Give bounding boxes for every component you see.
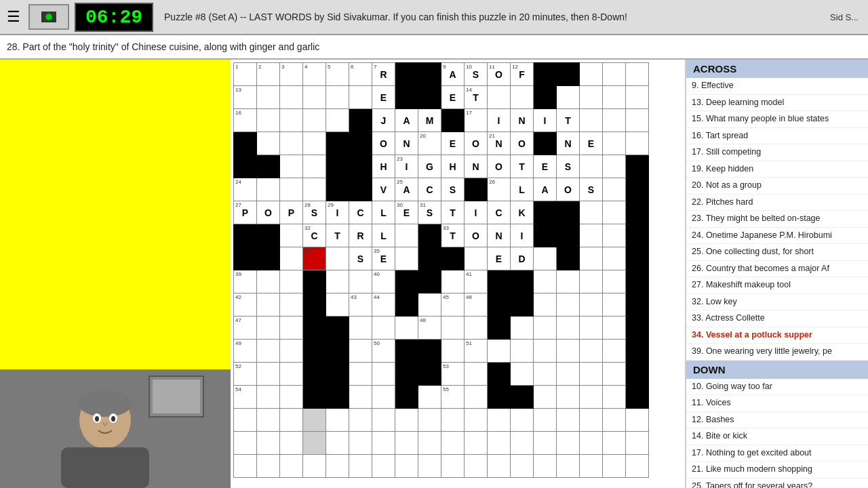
grid-cell[interactable] xyxy=(465,432,488,455)
grid-cell[interactable] xyxy=(626,178,649,201)
grid-cell[interactable]: N xyxy=(395,132,418,155)
grid-cell[interactable] xyxy=(280,455,303,478)
clue-22-across[interactable]: 22. Pitches hard xyxy=(686,195,868,211)
grid-cell[interactable] xyxy=(465,363,488,386)
grid-cell[interactable] xyxy=(557,409,580,432)
grid-cell[interactable] xyxy=(511,386,534,409)
grid-cell[interactable] xyxy=(280,155,303,178)
grid-cell[interactable]: O xyxy=(257,201,280,224)
grid-cell[interactable]: I xyxy=(465,201,488,224)
grid-cell[interactable] xyxy=(626,155,649,178)
grid-cell[interactable] xyxy=(349,363,372,386)
grid-cell[interactable] xyxy=(257,132,280,155)
grid-cell[interactable]: 4 xyxy=(303,63,326,86)
grid-cell[interactable] xyxy=(418,409,441,432)
grid-cell[interactable]: 52 xyxy=(234,363,257,386)
grid-cell[interactable]: S xyxy=(580,178,603,201)
grid-cell[interactable] xyxy=(603,109,626,132)
grid-cell[interactable] xyxy=(257,270,280,293)
grid-cell[interactable]: 30E xyxy=(395,201,418,224)
grid-cell[interactable]: 32C xyxy=(303,224,326,247)
grid-cell[interactable] xyxy=(303,340,326,363)
grid-cell[interactable]: 9A xyxy=(441,63,465,86)
grid-cell[interactable]: 41 xyxy=(465,270,488,293)
grid-cell[interactable]: H xyxy=(372,155,395,178)
grid-cell[interactable]: 24 xyxy=(234,178,257,201)
grid-cell[interactable] xyxy=(488,340,511,363)
grid-cell[interactable] xyxy=(557,270,580,293)
grid-cell[interactable] xyxy=(580,455,603,478)
grid-cell[interactable]: 40 xyxy=(372,270,395,293)
grid-cell[interactable] xyxy=(326,247,349,270)
grid-cell[interactable] xyxy=(395,409,418,432)
grid-cell[interactable] xyxy=(372,409,395,432)
grid-cell[interactable] xyxy=(488,317,511,340)
grid-cell[interactable] xyxy=(557,293,580,317)
grid-cell[interactable]: E xyxy=(534,155,557,178)
grid-cell[interactable]: 10S xyxy=(465,63,488,86)
grid-cell[interactable]: I xyxy=(488,109,511,132)
grid-cell[interactable]: 49 xyxy=(234,340,257,363)
grid-cell[interactable] xyxy=(580,363,603,386)
grid-cell[interactable] xyxy=(326,293,349,317)
grid-cell[interactable] xyxy=(441,317,465,340)
grid-cell[interactable] xyxy=(395,224,418,247)
grid-cell[interactable] xyxy=(626,132,649,155)
grid-cell[interactable] xyxy=(349,178,372,201)
grid-cell[interactable] xyxy=(580,432,603,455)
grid-cell[interactable] xyxy=(441,455,465,478)
grid-cell[interactable] xyxy=(303,409,326,432)
grid-cell[interactable] xyxy=(534,409,557,432)
crossword-grid[interactable]: 1234567R9A10S11O12F13EE14T16JAM17INITON2… xyxy=(233,62,649,478)
grid-cell[interactable] xyxy=(441,340,465,363)
grid-cell[interactable]: E xyxy=(441,132,465,155)
grid-cell[interactable]: 12F xyxy=(511,63,534,86)
grid-cell[interactable]: A xyxy=(395,109,418,132)
grid-cell[interactable] xyxy=(465,317,488,340)
grid-cell[interactable] xyxy=(488,363,511,386)
clue-24-across[interactable]: 24. Onetime Japanese P.M. Hirobumi xyxy=(686,228,868,245)
grid-cell[interactable]: N xyxy=(511,109,534,132)
grid-cell[interactable]: G xyxy=(418,155,441,178)
clue-20-across[interactable]: 20. Not as a group xyxy=(686,178,868,195)
grid-cell[interactable] xyxy=(280,178,303,201)
grid-cell[interactable] xyxy=(534,432,557,455)
grid-cell[interactable] xyxy=(511,86,534,109)
grid-cell[interactable]: I xyxy=(511,224,534,247)
clues-panel[interactable]: ACROSS 9. Effective 13. Deep learning mo… xyxy=(685,60,868,488)
grid-cell[interactable] xyxy=(280,317,303,340)
clue-9-across[interactable]: 9. Effective xyxy=(686,78,868,95)
grid-cell[interactable] xyxy=(418,270,441,293)
clue-17-down[interactable]: 17. Nothing to get excited about xyxy=(686,445,868,462)
grid-cell[interactable] xyxy=(257,317,280,340)
grid-cell[interactable] xyxy=(534,224,557,247)
grid-cell[interactable] xyxy=(465,409,488,432)
clue-19-across[interactable]: 19. Keep hidden xyxy=(686,161,868,178)
grid-cell[interactable]: 35E xyxy=(372,247,395,270)
grid-cell[interactable] xyxy=(280,224,303,247)
grid-cell[interactable] xyxy=(557,247,580,270)
grid-cell[interactable] xyxy=(626,201,649,224)
grid-cell[interactable] xyxy=(603,132,626,155)
clue-10-down[interactable]: 10. Going way too far xyxy=(686,379,868,396)
grid-cell[interactable]: T xyxy=(557,109,580,132)
grid-cell[interactable]: T xyxy=(441,201,465,224)
grid-cell[interactable] xyxy=(349,270,372,293)
grid-cell[interactable] xyxy=(580,270,603,293)
grid-cell[interactable]: 5 xyxy=(326,63,349,86)
grid-cell[interactable] xyxy=(257,178,280,201)
grid-cell[interactable] xyxy=(580,155,603,178)
grid-cell[interactable] xyxy=(603,386,626,409)
grid-cell[interactable] xyxy=(257,247,280,270)
grid-cell[interactable]: 23I xyxy=(395,155,418,178)
clue-39-across[interactable]: 39. One wearing very little jewelry, pe xyxy=(686,344,868,361)
clue-15-across[interactable]: 15. What many people in blue states xyxy=(686,111,868,128)
grid-cell[interactable] xyxy=(603,363,626,386)
grid-cell[interactable] xyxy=(257,432,280,455)
grid-cell[interactable] xyxy=(626,363,649,386)
grid-cell[interactable] xyxy=(580,109,603,132)
grid-cell[interactable] xyxy=(465,386,488,409)
grid-cell[interactable] xyxy=(603,317,626,340)
grid-cell[interactable] xyxy=(580,224,603,247)
clue-17-across[interactable]: 17. Still competing xyxy=(686,144,868,161)
